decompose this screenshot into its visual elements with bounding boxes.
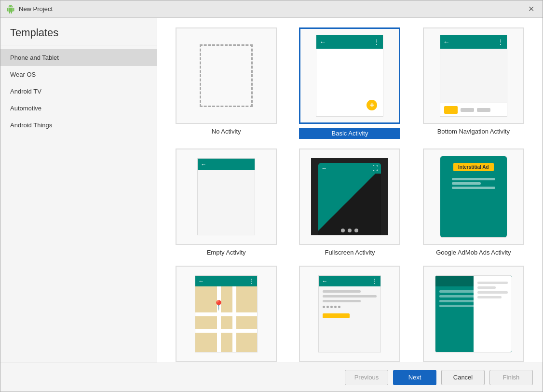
- previous-button[interactable]: Previous: [345, 370, 388, 385]
- title-bar: New Project ✕: [0, 0, 543, 18]
- admob-thumb-container: Interstitial Ad: [423, 149, 524, 245]
- bn-tab-1: [461, 108, 474, 112]
- login-thumb-container: ← ⋮: [299, 266, 400, 362]
- template-master-detail[interactable]: Master/Detail Flow: [419, 266, 528, 363]
- detail-line-1: [477, 282, 508, 284]
- template-empty-activity[interactable]: ← Empty Activity: [172, 149, 281, 256]
- bottom-nav-thumb-container: ← ⋮: [423, 27, 524, 124]
- footer: Previous Next Cancel Finish: [0, 363, 543, 392]
- admob-line-3: [452, 187, 495, 189]
- template-fullscreen[interactable]: ← ⛶: [295, 149, 404, 256]
- login-back-icon: ←: [322, 278, 327, 284]
- ba-back-icon: ←: [319, 38, 326, 46]
- next-button[interactable]: Next: [393, 370, 436, 385]
- login-dot-4: [334, 306, 337, 308]
- empty-activity-preview: ←: [197, 158, 255, 235]
- fs-back-icon: ←: [321, 165, 327, 172]
- admob-line-1: [452, 178, 495, 180]
- sidebar-item-automotive[interactable]: Automotive: [0, 100, 157, 117]
- maps-pin: 📍: [213, 299, 225, 311]
- template-admob[interactable]: Interstitial Ad Google AdMob Ads Activit…: [419, 149, 528, 256]
- detail-line-4: [477, 296, 502, 298]
- admob-preview: Interstitial Ad: [440, 156, 507, 238]
- fs-topbar: ← ⛶: [318, 163, 381, 174]
- admob-label: Google AdMob Ads Activity: [436, 249, 511, 256]
- sidebar: Templates Phone and Tablet Wear OS Andro…: [0, 18, 157, 363]
- bn-tab-active: [444, 106, 458, 114]
- android-icon: [6, 5, 15, 14]
- maps-preview: ← ⋮ 📍: [195, 275, 258, 352]
- empty-activity-thumb-container: ←: [176, 149, 277, 245]
- login-preview: ← ⋮: [318, 275, 381, 352]
- admob-badge: Interstitial Ad: [453, 163, 494, 171]
- no-activity-thumb: [176, 27, 277, 124]
- login-dot-3: [330, 306, 333, 308]
- ea-topbar: ←: [198, 159, 255, 170]
- login-dot-2: [326, 306, 329, 308]
- maps-road-v-1: [217, 286, 221, 352]
- login-body: [319, 286, 380, 352]
- no-activity-label: No Activity: [212, 128, 241, 135]
- basic-activity-label: Basic Activity: [299, 128, 400, 139]
- cancel-button[interactable]: Cancel: [441, 370, 485, 385]
- bottom-nav-preview: ← ⋮: [440, 35, 507, 117]
- admob-line-2: [452, 182, 481, 185]
- master-detail-thumb-container: [423, 266, 524, 362]
- maps-road-h-1: [195, 312, 257, 316]
- fs-circle-1: [341, 229, 345, 232]
- login-menu-icon: ⋮: [372, 278, 378, 284]
- fs-phone: ← ⛶: [318, 163, 381, 235]
- title-text: New Project: [19, 5, 53, 13]
- sidebar-header: Templates: [0, 18, 157, 45]
- fs-circle-2: [348, 229, 352, 232]
- maps-topbar: ← ⋮: [195, 276, 257, 286]
- fs-expand-icon: ⛶: [372, 165, 378, 172]
- detail-line-2: [477, 286, 496, 289]
- bn-tab-2: [477, 108, 490, 112]
- sidebar-item-android-things[interactable]: Android Things: [0, 117, 157, 134]
- fullscreen-preview: ← ⛶: [311, 158, 388, 235]
- fullscreen-label: Fullscreen Activity: [325, 249, 375, 256]
- basic-activity-preview: ← ⋮ +: [316, 35, 383, 117]
- main-area: No Activity ← ⋮ + Basic: [157, 18, 543, 363]
- ea-body: [198, 170, 255, 235]
- fs-bottom: [341, 229, 358, 232]
- maps-back-icon: ←: [198, 278, 204, 284]
- bn-back-icon: ←: [443, 38, 450, 46]
- admob-lines: [452, 176, 495, 191]
- sidebar-item-phone-tablet[interactable]: Phone and Tablet: [0, 49, 157, 66]
- maps-thumb-container: ← ⋮ 📍: [176, 266, 277, 362]
- template-login[interactable]: ← ⋮: [295, 266, 404, 363]
- template-maps[interactable]: ← ⋮ 📍 Google Maps Ac: [172, 266, 281, 363]
- bn-body: [440, 49, 507, 103]
- maps-body: 📍: [195, 286, 257, 352]
- login-line-3: [323, 300, 360, 302]
- fullscreen-thumb-container: ← ⛶: [299, 149, 400, 245]
- login-btn: [323, 313, 350, 318]
- bottom-nav-label: Bottom Navigation Activity: [437, 128, 510, 135]
- fs-screen: ← ⛶: [318, 163, 381, 235]
- fs-circle-3: [354, 229, 358, 232]
- sidebar-items: Phone and Tablet Wear OS Android TV Auto…: [0, 45, 157, 137]
- close-button[interactable]: ✕: [525, 3, 537, 15]
- template-bottom-nav[interactable]: ← ⋮ Bottom Navigation Activity: [419, 27, 528, 139]
- ea-back-icon: ←: [201, 161, 206, 168]
- content-area: Templates Phone and Tablet Wear OS Andro…: [0, 18, 543, 363]
- finish-button[interactable]: Finish: [489, 370, 533, 385]
- login-line-1: [323, 290, 360, 293]
- sidebar-item-android-tv[interactable]: Android TV: [0, 83, 157, 100]
- maps-road-v-2: [232, 286, 236, 352]
- template-no-activity[interactable]: No Activity: [172, 27, 281, 139]
- master-detail-preview: [435, 275, 512, 352]
- bn-topbar: ← ⋮: [440, 35, 507, 49]
- sidebar-item-wear-os[interactable]: Wear OS: [0, 66, 157, 83]
- master-detail-area: [474, 276, 512, 352]
- login-dots: [323, 306, 377, 308]
- dialog: New Project ✕ Templates Phone and Tablet…: [0, 0, 543, 392]
- title-bar-left: New Project: [6, 5, 53, 14]
- login-dot-1: [323, 306, 325, 308]
- detail-line-3: [477, 291, 508, 294]
- maps-menu-icon: ⋮: [248, 278, 254, 284]
- basic-activity-thumb: ← ⋮ +: [299, 27, 400, 124]
- template-basic-activity[interactable]: ← ⋮ + Basic Activity: [295, 27, 404, 139]
